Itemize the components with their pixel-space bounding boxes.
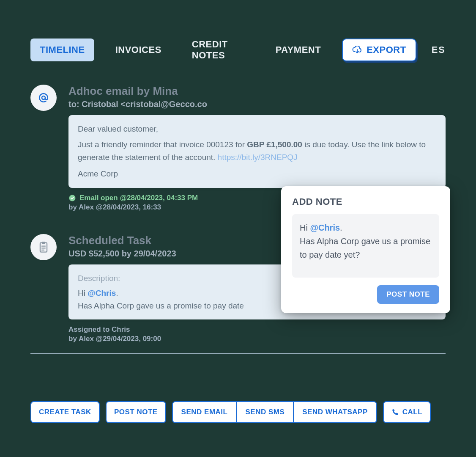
svg-rect-3 — [42, 242, 45, 244]
svg-rect-2 — [40, 242, 47, 252]
tab-payment[interactable]: PAYMENT — [266, 39, 330, 61]
text: Just a friendly reminder that invoice 00… — [78, 140, 247, 149]
cloud-download-icon — [352, 46, 362, 54]
send-whatsapp-button[interactable]: SEND WHATSAPP — [294, 402, 376, 422]
status-text: Email open @28/04/2023, 04:33 PM — [79, 194, 198, 202]
offscreen-tab-fragment: ES — [432, 44, 446, 55]
post-note-button[interactable]: POST NOTE — [106, 401, 166, 423]
text: . — [340, 223, 342, 232]
send-email-button[interactable]: SEND EMAIL — [173, 402, 237, 422]
export-label: EXPORT — [367, 44, 406, 55]
invoice-amount: GBP £1,500.00 — [247, 140, 302, 149]
text: Hi — [300, 223, 310, 232]
mention[interactable]: @Chris — [310, 223, 340, 232]
entry-by-line: by Alex @29/04/2023, 09:00 — [68, 335, 446, 343]
email-body-line: Just a friendly reminder that invoice 00… — [78, 138, 436, 163]
email-signoff: Acme Corp — [78, 168, 436, 180]
clipboard-icon — [30, 234, 57, 260]
call-label: CALL — [402, 408, 422, 416]
tabs-row: TIMELINE INVOICES CREDIT NOTES PAYMENT E… — [30, 33, 446, 67]
post-note-submit-button[interactable]: POST NOTE — [377, 285, 439, 304]
entry-title: Adhoc email by Mina — [68, 85, 446, 98]
check-circle-icon — [68, 194, 76, 202]
entry-to-line: to: Cristobal <cristobal@Gecco.co — [68, 99, 446, 109]
tab-credit-notes[interactable]: CREDIT NOTES — [183, 33, 254, 67]
text: . — [116, 289, 118, 297]
create-task-button[interactable]: CREATE TASK — [30, 401, 100, 423]
note-textarea[interactable]: Hi @Chris. Has Alpha Corp gave us a prom… — [292, 214, 439, 278]
export-button[interactable]: EXPORT — [342, 39, 416, 61]
email-body-line: Dear valued customer, — [78, 123, 436, 135]
statement-link[interactable]: https://bit.ly/3RNEPQJ — [218, 153, 298, 162]
text: Hi — [78, 289, 88, 297]
tab-invoices[interactable]: INVOICES — [106, 39, 171, 61]
assigned-to-line: Assigned to Chris — [68, 325, 446, 334]
note-body-line: Has Alpha Corp gave us a promise to pay … — [300, 234, 432, 262]
at-sign-icon — [30, 85, 57, 111]
send-sms-button[interactable]: SEND SMS — [237, 402, 294, 422]
email-body-card: Dear valued customer, Just a friendly re… — [68, 115, 446, 188]
add-note-popover: ADD NOTE Hi @Chris. Has Alpha Corp gave … — [281, 186, 450, 313]
call-button[interactable]: CALL — [383, 401, 431, 423]
send-button-group: SEND EMAIL SEND SMS SEND WHATSAPP — [172, 401, 377, 423]
popover-title: ADD NOTE — [292, 196, 439, 207]
phone-icon — [391, 408, 399, 416]
action-bar: CREATE TASK POST NOTE SEND EMAIL SEND SM… — [30, 401, 446, 423]
mention[interactable]: @Chris — [88, 289, 116, 297]
tab-timeline[interactable]: TIMELINE — [30, 39, 94, 61]
